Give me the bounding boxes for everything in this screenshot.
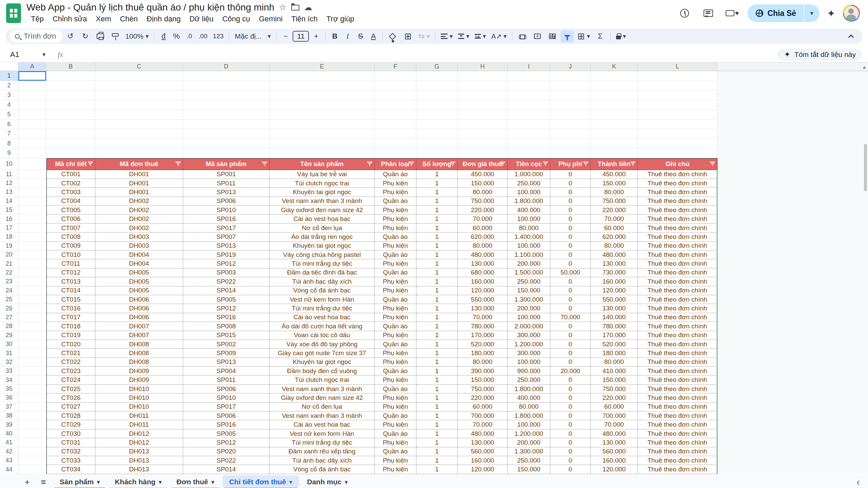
row-header-20[interactable]: 20 [0, 250, 18, 259]
cell[interactable] [18, 447, 46, 456]
table-cell[interactable]: 220.000 [591, 206, 638, 215]
table-cell[interactable]: 170.000 [458, 331, 508, 340]
redo-button[interactable]: ↻ [79, 30, 92, 42]
table-cell[interactable]: 0 [550, 403, 591, 411]
table-header-cell[interactable]: Thành tiền [591, 158, 638, 170]
borders-button[interactable]: ⊞ [401, 30, 415, 42]
cell[interactable] [508, 110, 550, 120]
cell[interactable] [375, 90, 416, 100]
table-cell[interactable]: SP016 [183, 313, 270, 322]
table-header-cell[interactable]: Mã đơn thuê [95, 158, 183, 170]
tab-menu-icon[interactable]: ▾ [345, 479, 348, 485]
table-cell[interactable]: 1 [416, 215, 458, 223]
cell[interactable] [95, 71, 183, 81]
table-cell[interactable]: Túi ánh bạc dây xích [270, 277, 375, 286]
cell[interactable] [46, 148, 95, 158]
column-header-H[interactable]: H [458, 62, 508, 71]
table-cell[interactable]: CT015 [46, 295, 95, 304]
cell[interactable] [18, 322, 46, 331]
table-cell[interactable]: 480.000 [458, 429, 508, 438]
menu-item-2[interactable]: Chỉnh sửa [48, 14, 92, 24]
table-cell[interactable]: CT010 [46, 250, 95, 259]
table-cell[interactable]: CT016 [46, 304, 95, 313]
table-cell[interactable]: 1 [416, 224, 458, 232]
menu-item-7[interactable]: Công cụ [218, 14, 255, 24]
cell[interactable] [46, 129, 95, 139]
table-cell[interactable]: SP002 [183, 340, 270, 349]
table-cell[interactable]: 0 [550, 224, 591, 232]
cell[interactable] [18, 286, 46, 295]
table-cell[interactable]: CT033 [46, 456, 95, 465]
all-sheets-button[interactable]: ≡ [36, 475, 51, 488]
column-header-F[interactable]: F [375, 62, 416, 71]
row-header-35[interactable]: 35 [0, 385, 18, 393]
cell[interactable] [638, 90, 717, 100]
table-cell[interactable]: CT018 [46, 322, 95, 331]
table-header-cell[interactable]: Mã sản phẩm [183, 158, 270, 170]
table-cell[interactable]: Phụ kiện [375, 456, 416, 465]
table-cell[interactable]: Thuê theo đơn chính [638, 393, 717, 402]
table-cell[interactable]: 70.000 [458, 313, 508, 322]
cell[interactable] [18, 295, 46, 304]
table-cell[interactable]: DH001 [95, 170, 183, 179]
cell[interactable] [18, 242, 46, 250]
table-cell[interactable]: Thuê theo đơn chính [638, 188, 717, 197]
table-cell[interactable]: CT029 [46, 420, 95, 429]
table-cell[interactable]: 750.000 [591, 197, 638, 206]
cell[interactable] [46, 100, 95, 110]
table-cell[interactable]: Vest nữ kem form Hàn [270, 429, 375, 438]
cell[interactable] [95, 100, 183, 110]
row-header-2[interactable]: 2 [0, 81, 18, 91]
cell[interactable] [375, 71, 416, 81]
table-cell[interactable]: DH005 [95, 277, 183, 286]
cell[interactable] [591, 100, 638, 110]
cell[interactable] [270, 148, 375, 158]
cell[interactable] [18, 120, 46, 129]
table-cell[interactable]: Phụ kiện [375, 188, 416, 197]
cell[interactable] [270, 110, 375, 120]
column-header-B[interactable]: B [46, 62, 95, 71]
column-filter-icon[interactable] [409, 160, 414, 168]
table-cell[interactable]: 1 [416, 349, 458, 358]
column-header-I[interactable]: I [508, 62, 550, 71]
cell[interactable] [550, 148, 591, 158]
table-cell[interactable]: 1 [416, 295, 458, 304]
table-cell[interactable]: 130.000 [591, 304, 638, 313]
table-cell[interactable]: 120.000 [591, 286, 638, 295]
table-cell[interactable]: 450.000 [591, 170, 638, 179]
cell[interactable] [18, 403, 46, 411]
table-cell[interactable]: 160.000 [458, 277, 508, 286]
cell[interactable] [46, 110, 95, 120]
cell[interactable] [591, 148, 638, 158]
table-cell[interactable]: 400.000 [508, 206, 550, 215]
table-cell[interactable]: Thuê theo đơn chính [638, 447, 717, 456]
table-cell[interactable]: SP004 [183, 367, 270, 375]
table-cell[interactable]: 1 [416, 197, 458, 206]
table-header-cell[interactable]: Tiền cọc [508, 158, 550, 170]
cell[interactable] [458, 139, 508, 149]
table-cell[interactable]: 140.000 [591, 313, 638, 322]
cell[interactable] [638, 100, 717, 110]
table-cell[interactable]: DH002 [95, 197, 183, 206]
table-cell[interactable]: 0 [550, 429, 591, 438]
cell[interactable] [591, 139, 638, 149]
text-color-button[interactable]: A [368, 30, 379, 42]
table-cell[interactable]: 480.000 [458, 250, 508, 259]
table-cell[interactable]: Thuê theo đơn chính [638, 456, 717, 465]
table-cell[interactable]: 0 [550, 420, 591, 429]
table-cell[interactable]: CT030 [46, 429, 95, 438]
cell[interactable] [18, 110, 46, 120]
table-cell[interactable]: Thuê theo đơn chính [638, 206, 717, 215]
cell[interactable] [18, 420, 46, 429]
table-cell[interactable]: Cài áo vest hoa bạc [270, 215, 375, 223]
table-cell[interactable]: CT001 [46, 170, 95, 179]
row-header-22[interactable]: 22 [0, 268, 18, 277]
table-cell[interactable]: 160.000 [591, 277, 638, 286]
column-filter-icon[interactable] [630, 160, 636, 168]
table-cell[interactable]: Quần áo [375, 447, 416, 456]
row-header-29[interactable]: 29 [0, 331, 18, 340]
cell[interactable] [183, 120, 270, 129]
table-cell[interactable]: Thuê theo đơn chính [638, 295, 717, 304]
table-cell[interactable]: DH002 [95, 215, 183, 223]
cell[interactable] [18, 358, 46, 367]
